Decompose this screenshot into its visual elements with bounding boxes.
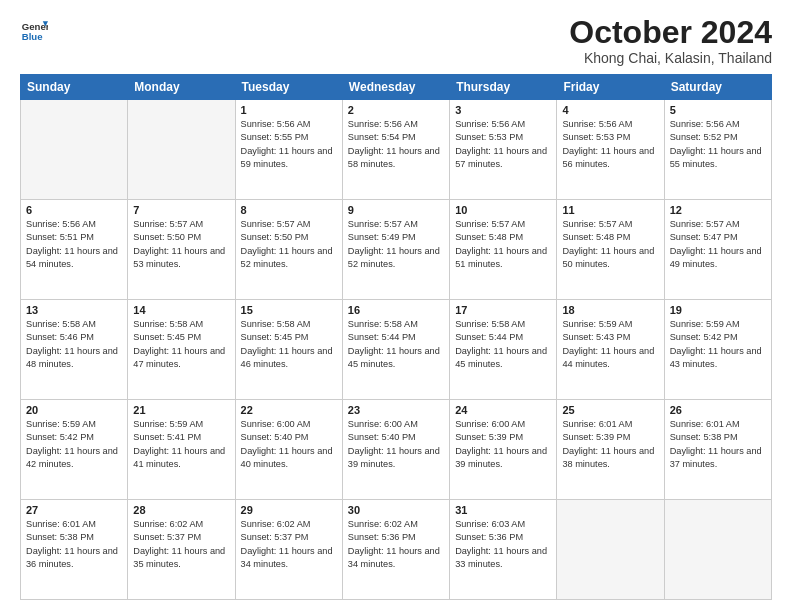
table-row: 19Sunrise: 5:59 AMSunset: 5:42 PMDayligh…	[664, 300, 771, 400]
day-info: Sunrise: 5:57 AMSunset: 5:48 PMDaylight:…	[562, 218, 658, 271]
calendar-week-row: 13Sunrise: 5:58 AMSunset: 5:46 PMDayligh…	[21, 300, 772, 400]
table-row: 18Sunrise: 5:59 AMSunset: 5:43 PMDayligh…	[557, 300, 664, 400]
day-info: Sunrise: 6:03 AMSunset: 5:36 PMDaylight:…	[455, 518, 551, 571]
day-number: 24	[455, 404, 551, 416]
day-number: 7	[133, 204, 229, 216]
day-number: 31	[455, 504, 551, 516]
table-row: 3Sunrise: 5:56 AMSunset: 5:53 PMDaylight…	[450, 100, 557, 200]
day-info: Sunrise: 5:56 AMSunset: 5:54 PMDaylight:…	[348, 118, 444, 171]
day-number: 29	[241, 504, 337, 516]
logo: General Blue	[20, 16, 52, 44]
day-info: Sunrise: 5:56 AMSunset: 5:55 PMDaylight:…	[241, 118, 337, 171]
table-row: 1Sunrise: 5:56 AMSunset: 5:55 PMDaylight…	[235, 100, 342, 200]
day-number: 11	[562, 204, 658, 216]
day-info: Sunrise: 5:59 AMSunset: 5:41 PMDaylight:…	[133, 418, 229, 471]
table-row: 11Sunrise: 5:57 AMSunset: 5:48 PMDayligh…	[557, 200, 664, 300]
table-row: 26Sunrise: 6:01 AMSunset: 5:38 PMDayligh…	[664, 400, 771, 500]
day-number: 1	[241, 104, 337, 116]
day-info: Sunrise: 6:01 AMSunset: 5:39 PMDaylight:…	[562, 418, 658, 471]
svg-text:Blue: Blue	[22, 31, 43, 42]
table-row: 6Sunrise: 5:56 AMSunset: 5:51 PMDaylight…	[21, 200, 128, 300]
table-row: 13Sunrise: 5:58 AMSunset: 5:46 PMDayligh…	[21, 300, 128, 400]
table-row: 9Sunrise: 5:57 AMSunset: 5:49 PMDaylight…	[342, 200, 449, 300]
col-sunday: Sunday	[21, 75, 128, 100]
table-row: 30Sunrise: 6:02 AMSunset: 5:36 PMDayligh…	[342, 500, 449, 600]
calendar-week-row: 6Sunrise: 5:56 AMSunset: 5:51 PMDaylight…	[21, 200, 772, 300]
day-number: 27	[26, 504, 122, 516]
day-number: 23	[348, 404, 444, 416]
day-info: Sunrise: 5:56 AMSunset: 5:51 PMDaylight:…	[26, 218, 122, 271]
location: Khong Chai, Kalasin, Thailand	[569, 50, 772, 66]
table-row: 21Sunrise: 5:59 AMSunset: 5:41 PMDayligh…	[128, 400, 235, 500]
col-saturday: Saturday	[664, 75, 771, 100]
day-number: 2	[348, 104, 444, 116]
day-info: Sunrise: 6:00 AMSunset: 5:39 PMDaylight:…	[455, 418, 551, 471]
day-number: 12	[670, 204, 766, 216]
table-row: 8Sunrise: 5:57 AMSunset: 5:50 PMDaylight…	[235, 200, 342, 300]
day-info: Sunrise: 5:57 AMSunset: 5:48 PMDaylight:…	[455, 218, 551, 271]
calendar-header-row: Sunday Monday Tuesday Wednesday Thursday…	[21, 75, 772, 100]
table-row: 23Sunrise: 6:00 AMSunset: 5:40 PMDayligh…	[342, 400, 449, 500]
day-number: 30	[348, 504, 444, 516]
day-info: Sunrise: 6:01 AMSunset: 5:38 PMDaylight:…	[26, 518, 122, 571]
table-row	[557, 500, 664, 600]
table-row: 15Sunrise: 5:58 AMSunset: 5:45 PMDayligh…	[235, 300, 342, 400]
day-number: 10	[455, 204, 551, 216]
day-info: Sunrise: 5:59 AMSunset: 5:42 PMDaylight:…	[26, 418, 122, 471]
table-row: 31Sunrise: 6:03 AMSunset: 5:36 PMDayligh…	[450, 500, 557, 600]
table-row: 10Sunrise: 5:57 AMSunset: 5:48 PMDayligh…	[450, 200, 557, 300]
day-number: 13	[26, 304, 122, 316]
table-row: 29Sunrise: 6:02 AMSunset: 5:37 PMDayligh…	[235, 500, 342, 600]
day-info: Sunrise: 6:02 AMSunset: 5:37 PMDaylight:…	[241, 518, 337, 571]
table-row: 5Sunrise: 5:56 AMSunset: 5:52 PMDaylight…	[664, 100, 771, 200]
day-number: 3	[455, 104, 551, 116]
day-info: Sunrise: 6:02 AMSunset: 5:36 PMDaylight:…	[348, 518, 444, 571]
day-number: 9	[348, 204, 444, 216]
day-info: Sunrise: 5:57 AMSunset: 5:49 PMDaylight:…	[348, 218, 444, 271]
header: General Blue October 2024 Khong Chai, Ka…	[20, 16, 772, 66]
table-row: 2Sunrise: 5:56 AMSunset: 5:54 PMDaylight…	[342, 100, 449, 200]
day-info: Sunrise: 6:00 AMSunset: 5:40 PMDaylight:…	[241, 418, 337, 471]
day-number: 16	[348, 304, 444, 316]
day-info: Sunrise: 5:57 AMSunset: 5:50 PMDaylight:…	[133, 218, 229, 271]
day-info: Sunrise: 5:56 AMSunset: 5:53 PMDaylight:…	[562, 118, 658, 171]
day-number: 4	[562, 104, 658, 116]
table-row: 7Sunrise: 5:57 AMSunset: 5:50 PMDaylight…	[128, 200, 235, 300]
col-wednesday: Wednesday	[342, 75, 449, 100]
table-row	[664, 500, 771, 600]
day-info: Sunrise: 5:56 AMSunset: 5:53 PMDaylight:…	[455, 118, 551, 171]
day-info: Sunrise: 5:56 AMSunset: 5:52 PMDaylight:…	[670, 118, 766, 171]
table-row: 28Sunrise: 6:02 AMSunset: 5:37 PMDayligh…	[128, 500, 235, 600]
day-number: 15	[241, 304, 337, 316]
day-number: 26	[670, 404, 766, 416]
calendar-table: Sunday Monday Tuesday Wednesday Thursday…	[20, 74, 772, 600]
day-info: Sunrise: 5:57 AMSunset: 5:47 PMDaylight:…	[670, 218, 766, 271]
table-row	[21, 100, 128, 200]
col-friday: Friday	[557, 75, 664, 100]
calendar-week-row: 20Sunrise: 5:59 AMSunset: 5:42 PMDayligh…	[21, 400, 772, 500]
day-info: Sunrise: 6:02 AMSunset: 5:37 PMDaylight:…	[133, 518, 229, 571]
table-row: 25Sunrise: 6:01 AMSunset: 5:39 PMDayligh…	[557, 400, 664, 500]
table-row: 20Sunrise: 5:59 AMSunset: 5:42 PMDayligh…	[21, 400, 128, 500]
day-info: Sunrise: 5:58 AMSunset: 5:44 PMDaylight:…	[348, 318, 444, 371]
col-tuesday: Tuesday	[235, 75, 342, 100]
title-block: October 2024 Khong Chai, Kalasin, Thaila…	[569, 16, 772, 66]
logo-icon: General Blue	[20, 16, 48, 44]
calendar-week-row: 1Sunrise: 5:56 AMSunset: 5:55 PMDaylight…	[21, 100, 772, 200]
calendar-page: General Blue October 2024 Khong Chai, Ka…	[0, 0, 792, 612]
table-row: 14Sunrise: 5:58 AMSunset: 5:45 PMDayligh…	[128, 300, 235, 400]
day-info: Sunrise: 5:58 AMSunset: 5:46 PMDaylight:…	[26, 318, 122, 371]
month-title: October 2024	[569, 16, 772, 48]
table-row: 4Sunrise: 5:56 AMSunset: 5:53 PMDaylight…	[557, 100, 664, 200]
day-info: Sunrise: 5:57 AMSunset: 5:50 PMDaylight:…	[241, 218, 337, 271]
table-row: 12Sunrise: 5:57 AMSunset: 5:47 PMDayligh…	[664, 200, 771, 300]
day-number: 14	[133, 304, 229, 316]
day-number: 8	[241, 204, 337, 216]
day-number: 19	[670, 304, 766, 316]
calendar-week-row: 27Sunrise: 6:01 AMSunset: 5:38 PMDayligh…	[21, 500, 772, 600]
day-number: 20	[26, 404, 122, 416]
table-row: 16Sunrise: 5:58 AMSunset: 5:44 PMDayligh…	[342, 300, 449, 400]
table-row: 24Sunrise: 6:00 AMSunset: 5:39 PMDayligh…	[450, 400, 557, 500]
col-thursday: Thursday	[450, 75, 557, 100]
day-info: Sunrise: 6:00 AMSunset: 5:40 PMDaylight:…	[348, 418, 444, 471]
